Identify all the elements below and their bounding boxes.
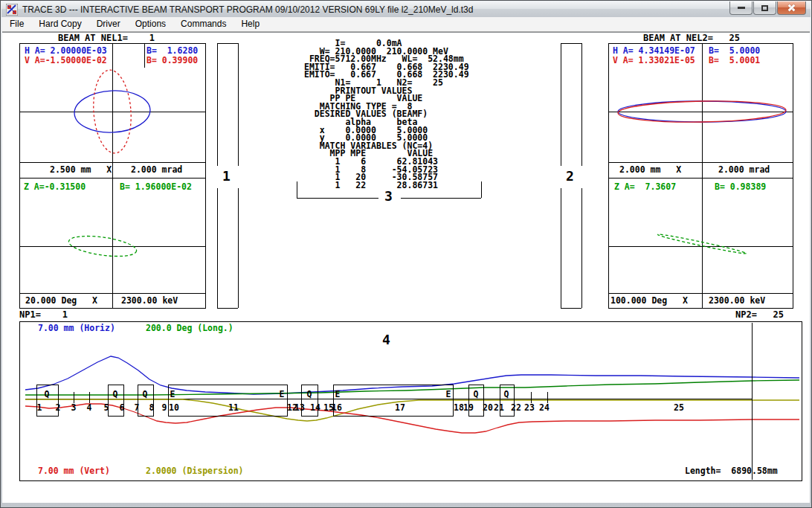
marker-3: 3 [383, 188, 394, 204]
maximize-button[interactable] [753, 1, 776, 15]
legend-horiz: 7.00 mm (Horiz) [38, 324, 115, 332]
minimize-button[interactable] [729, 1, 753, 15]
menu-item-commands[interactable]: Commands [173, 17, 233, 31]
nel2-w-scale: 2300.00 keV [709, 296, 765, 305]
nel1-z-beta: B= 1.96000E-02 [120, 182, 192, 191]
nel1-w-scale: 2300.00 keV [121, 296, 178, 305]
minimize-icon [738, 7, 745, 9]
menu-item-options[interactable]: Options [128, 17, 173, 31]
menu-item-help[interactable]: Help [233, 17, 267, 31]
close-icon [787, 4, 796, 12]
nel2-x-scale: 2.000 mm X [619, 165, 681, 174]
nel2-h-beta: B= 5.0000 [709, 46, 760, 55]
nel2-v-beta: B= 5.0001 [709, 56, 760, 65]
nel2-z-beta: B= 0.98389 [715, 182, 766, 191]
length-label: Length= 6890.58mm [685, 466, 778, 475]
nel1-x-scale: 2.500 mm X [50, 165, 112, 174]
trace3d-window: TRACE 3D --- INTERACTIVE BEAM TRANSPORT … [0, 0, 812, 508]
printout-values-block: I= 0.0mA W= 210.0000 210.0000 MeV FREQ=5… [304, 39, 469, 189]
nel1-xp-scale: 2.000 mrad [131, 165, 182, 174]
nel1-z-alpha: Z A=-0.31500 [24, 182, 86, 191]
nel2-v-alpha: V A= 1.33021E-05 [613, 56, 695, 65]
legend-vert: 7.00 mm (Vert) [38, 466, 110, 475]
app-icon[interactable] [6, 4, 18, 16]
nel2-header: BEAM AT NEL2= 25 [643, 33, 740, 42]
nel2-phi-scale: 100.000 Deg X [610, 296, 688, 305]
title-bar[interactable]: TRACE 3D --- INTERACTIVE BEAM TRANSPORT … [1, 1, 811, 17]
legend-long: 200.0 Deg (Long.) [146, 324, 233, 332]
nel2-h-alpha: H A= 4.34149E-07 [613, 46, 695, 55]
nel1-header: BEAM AT NEL1= 1 [58, 33, 155, 42]
close-button[interactable] [777, 1, 806, 15]
nel1-h-beta: B= 1.6280 [146, 46, 198, 55]
nel2-xp-scale: 2.000 mrad [718, 165, 770, 174]
nel2-z-alpha: Z A= 7.3607 [614, 182, 676, 191]
window-title: TRACE 3D --- INTERACTIVE BEAM TRANSPORT … [22, 4, 473, 15]
menu-bar: File Hard Copy Driver Options Commands H… [2, 17, 810, 32]
menu-item-driver[interactable]: Driver [89, 17, 128, 31]
marker-4: 4 [381, 332, 392, 347]
legend-disp: 2.0000 (Dispersion) [146, 466, 244, 475]
marker-2: 2 [564, 168, 576, 184]
menu-item-file[interactable]: File [2, 17, 31, 31]
maximize-icon [761, 5, 768, 11]
marker-1: 1 [221, 168, 232, 184]
np2-label: NP2= 25 [735, 310, 784, 319]
nel1-h-alpha: H A= 2.00000E-03 [25, 46, 107, 55]
np1-label: NP1= 1 [19, 310, 68, 319]
menu-item-hard-copy[interactable]: Hard Copy [31, 17, 88, 31]
nel1-v-beta: B= 0.39900 [146, 56, 198, 65]
nel1-v-alpha: V A=-1.50000E-02 [25, 56, 107, 65]
nel1-phi-scale: 20.000 Deg X [25, 296, 97, 305]
